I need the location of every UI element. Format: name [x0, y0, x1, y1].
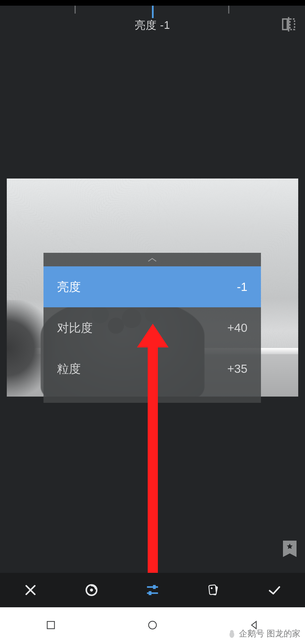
svg-rect-8: [149, 591, 151, 595]
autofix-button[interactable]: [61, 573, 122, 607]
chevron-up-icon: [147, 257, 157, 262]
star-icon: [286, 543, 293, 550]
watermark: 企鹅号 图龙的家: [227, 628, 300, 639]
check-icon: [267, 583, 282, 597]
filter-card-icon: [206, 583, 221, 597]
system-nav-bar: 企鹅号 图龙的家: [0, 607, 305, 644]
param-name: 对比度: [57, 320, 93, 336]
circle-icon: [146, 619, 159, 631]
autofix-icon: [84, 583, 99, 597]
value-slider-track[interactable]: [0, 6, 305, 14]
compare-before-after-button[interactable]: [281, 16, 297, 32]
close-icon: [23, 583, 38, 597]
svg-rect-10: [209, 585, 216, 595]
header-row: 亮度 -1: [0, 14, 305, 36]
favorite-bookmark-button[interactable]: [283, 541, 297, 557]
param-value: +35: [227, 362, 247, 376]
svg-rect-12: [47, 621, 55, 629]
watermark-text: 企鹅号 图龙的家: [239, 628, 300, 639]
square-icon: [45, 619, 57, 631]
compare-icon: [281, 16, 297, 32]
filter-presets-button[interactable]: [183, 573, 244, 607]
svg-rect-7: [153, 585, 156, 589]
svg-point-13: [149, 621, 156, 629]
param-value: +40: [227, 321, 247, 335]
param-value: -1: [237, 280, 247, 294]
param-name: 粒度: [57, 361, 81, 377]
penguin-icon: [227, 629, 237, 639]
current-parameter-label: 亮度 -1: [135, 18, 170, 32]
param-name: 亮度: [57, 279, 81, 295]
slider-tick: [75, 6, 76, 14]
nav-home-button[interactable]: [146, 619, 159, 632]
svg-point-4: [90, 589, 93, 592]
bottom-toolbar: [0, 573, 305, 607]
svg-rect-2: [290, 19, 295, 29]
popup-chevron-up: [43, 253, 261, 266]
svg-point-15: [230, 630, 234, 634]
adjust-sliders-button[interactable]: [122, 573, 183, 607]
param-row-brightness[interactable]: 亮度 -1: [43, 266, 261, 307]
svg-rect-0: [283, 19, 287, 29]
photo-editor-screen: 亮度 -1 亮度 -1 对比度 +40 粒度 +35: [0, 0, 305, 644]
nav-recent-button[interactable]: [45, 619, 57, 632]
sliders-icon: [145, 583, 160, 597]
annotation-arrow-up: [148, 342, 158, 575]
confirm-button[interactable]: [244, 573, 305, 607]
status-bar: [0, 0, 305, 6]
slider-tick: [228, 6, 229, 14]
svg-point-11: [211, 587, 213, 589]
cancel-button[interactable]: [0, 573, 61, 607]
